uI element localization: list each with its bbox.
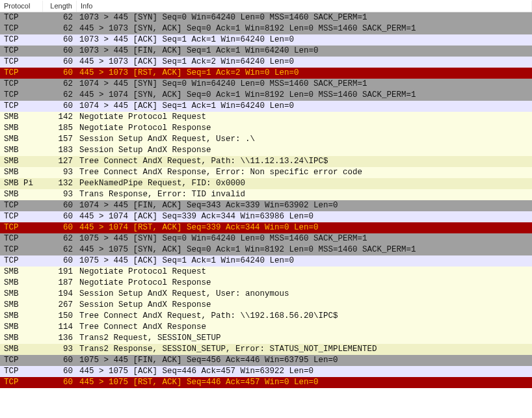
- cell-length: 60: [43, 377, 77, 388]
- cell-protocol: SMB: [0, 123, 43, 134]
- packet-row[interactable]: SMB191Negotiate Protocol Request: [0, 267, 532, 278]
- packet-row[interactable]: TCP601074 > 445 [FIN, ACK] Seq=343 Ack=3…: [0, 200, 532, 211]
- packet-row[interactable]: SMB185Negotiate Protocol Response: [0, 123, 532, 134]
- cell-info: Session Setup AndX Response: [77, 145, 532, 156]
- packet-row[interactable]: TCP60445 > 1075 [RST, ACK] Seq=446 Ack=4…: [0, 377, 532, 388]
- cell-protocol: TCP: [0, 79, 43, 90]
- packet-row[interactable]: SMB127Tree Connect AndX Request, Path: \…: [0, 156, 532, 167]
- cell-info: Session Setup AndX Request, User: .\: [77, 134, 532, 145]
- packet-row[interactable]: TCP60445 > 1074 [RST, ACK] Seq=339 Ack=3…: [0, 222, 532, 233]
- packet-row[interactable]: TCP62445 > 1075 [SYN, ACK] Seq=0 Ack=1 W…: [0, 244, 532, 255]
- cell-info: 445 > 1075 [SYN, ACK] Seq=0 Ack=1 Win=81…: [77, 244, 532, 255]
- cell-protocol: SMB: [0, 344, 43, 355]
- packet-row[interactable]: SMB142Negotiate Protocol Request: [0, 112, 532, 123]
- cell-protocol: TCP: [0, 34, 43, 46]
- cell-protocol: SMB: [0, 156, 43, 167]
- cell-info: 1075 > 445 [FIN, ACK] Seq=456 Ack=446 Wi…: [77, 355, 532, 366]
- cell-info: Trans Response, Error: TID invalid: [77, 189, 532, 200]
- packet-row[interactable]: TCP601075 > 445 [FIN, ACK] Seq=456 Ack=4…: [0, 355, 532, 366]
- packet-row[interactable]: SMB187Negotiate Protocol Response: [0, 278, 532, 289]
- cell-length: 60: [43, 46, 77, 57]
- cell-info: Tree Connect AndX Request, Path: \\11.12…: [77, 156, 532, 167]
- packet-row[interactable]: SMB157Session Setup AndX Request, User: …: [0, 134, 532, 145]
- cell-length: 60: [43, 68, 77, 79]
- packet-row[interactable]: TCP601073 > 445 [ACK] Seq=1 Ack=1 Win=64…: [0, 34, 532, 46]
- cell-info: Tree Connect AndX Response: [77, 322, 532, 333]
- cell-info: 1073 > 445 [SYN] Seq=0 Win=64240 Len=0 M…: [77, 12, 532, 23]
- cell-protocol: TCP: [0, 211, 43, 222]
- cell-length: 62: [43, 233, 77, 244]
- packet-row[interactable]: SMB183Session Setup AndX Response: [0, 145, 532, 156]
- packet-row[interactable]: TCP60445 > 1075 [ACK] Seq=446 Ack=457 Wi…: [0, 366, 532, 377]
- cell-protocol: TCP: [0, 90, 43, 101]
- cell-length: 60: [43, 34, 77, 46]
- cell-length: 114: [43, 322, 77, 333]
- packet-row[interactable]: TCP60445 > 1073 [ACK] Seq=1 Ack=2 Win=64…: [0, 57, 532, 68]
- packet-list: Protocol Length Info TCP621073 > 445 [SY…: [0, 0, 532, 388]
- cell-info: 445 > 1075 [RST, ACK] Seq=446 Ack=457 Wi…: [77, 377, 532, 388]
- cell-protocol: TCP: [0, 57, 43, 68]
- packet-row[interactable]: SMB194Session Setup AndX Request, User: …: [0, 289, 532, 300]
- cell-protocol: SMB: [0, 267, 43, 278]
- cell-info: 445 > 1073 [RST, ACK] Seq=1 Ack=2 Win=0 …: [77, 68, 532, 79]
- cell-info: 1074 > 445 [SYN] Seq=0 Win=64240 Len=0 M…: [77, 79, 532, 90]
- cell-length: 142: [43, 112, 77, 123]
- cell-length: 60: [43, 366, 77, 377]
- packet-row[interactable]: SMB93Tree Connect AndX Response, Error: …: [0, 167, 532, 178]
- cell-length: 62: [43, 12, 77, 23]
- cell-length: 185: [43, 123, 77, 134]
- packet-row[interactable]: SMB267Session Setup AndX Response: [0, 300, 532, 311]
- cell-protocol: SMB: [0, 167, 43, 178]
- cell-protocol: SMB Pi: [0, 178, 43, 189]
- packet-row[interactable]: SMB93Trans Response, Error: TID invalid: [0, 189, 532, 200]
- cell-length: 191: [43, 267, 77, 278]
- cell-length: 60: [43, 101, 77, 112]
- packet-row[interactable]: SMB136Trans2 Request, SESSION_SETUP: [0, 333, 532, 344]
- packet-row[interactable]: TCP621073 > 445 [SYN] Seq=0 Win=64240 Le…: [0, 12, 532, 23]
- packet-row[interactable]: TCP62445 > 1073 [SYN, ACK] Seq=0 Ack=1 W…: [0, 23, 532, 34]
- cell-info: 445 > 1073 [ACK] Seq=1 Ack=2 Win=64240 L…: [77, 57, 532, 68]
- cell-protocol: TCP: [0, 101, 43, 112]
- cell-info: Trans2 Request, SESSION_SETUP: [77, 333, 532, 344]
- packet-row[interactable]: TCP621075 > 445 [SYN] Seq=0 Win=64240 Le…: [0, 233, 532, 244]
- packet-rows: TCP621073 > 445 [SYN] Seq=0 Win=64240 Le…: [0, 12, 532, 388]
- cell-length: 60: [43, 57, 77, 68]
- cell-info: 445 > 1074 [SYN, ACK] Seq=0 Ack=1 Win=81…: [77, 90, 532, 101]
- packet-row[interactable]: TCP621074 > 445 [SYN] Seq=0 Win=64240 Le…: [0, 79, 532, 90]
- cell-protocol: TCP: [0, 23, 43, 34]
- cell-info: 1075 > 445 [ACK] Seq=1 Ack=1 Win=64240 L…: [77, 255, 532, 267]
- cell-length: 60: [43, 211, 77, 222]
- packet-row[interactable]: TCP62445 > 1074 [SYN, ACK] Seq=0 Ack=1 W…: [0, 90, 532, 101]
- cell-info: Session Setup AndX Response: [77, 300, 532, 311]
- cell-protocol: TCP: [0, 355, 43, 366]
- col-header-info[interactable]: Info: [77, 1, 532, 12]
- cell-info: Negotiate Protocol Request: [77, 112, 532, 123]
- cell-length: 157: [43, 134, 77, 145]
- col-header-length[interactable]: Length: [43, 1, 77, 12]
- cell-protocol: TCP: [0, 46, 43, 57]
- cell-info: Tree Connect AndX Response, Error: Non s…: [77, 167, 532, 178]
- packet-row[interactable]: TCP601075 > 445 [ACK] Seq=1 Ack=1 Win=64…: [0, 255, 532, 267]
- packet-row[interactable]: TCP601073 > 445 [FIN, ACK] Seq=1 Ack=1 W…: [0, 46, 532, 57]
- packet-row[interactable]: SMB114Tree Connect AndX Response: [0, 322, 532, 333]
- packet-row[interactable]: TCP60445 > 1073 [RST, ACK] Seq=1 Ack=2 W…: [0, 68, 532, 79]
- cell-protocol: SMB: [0, 145, 43, 156]
- cell-length: 187: [43, 278, 77, 289]
- col-header-protocol[interactable]: Protocol: [0, 1, 43, 12]
- packet-row[interactable]: TCP60445 > 1074 [ACK] Seq=339 Ack=344 Wi…: [0, 211, 532, 222]
- cell-protocol: SMB: [0, 333, 43, 344]
- cell-protocol: TCP: [0, 244, 43, 255]
- column-headers: Protocol Length Info: [0, 0, 532, 12]
- packet-row[interactable]: SMB93Trans2 Response, SESSION_SETUP, Err…: [0, 344, 532, 355]
- cell-protocol: TCP: [0, 222, 43, 233]
- cell-length: 194: [43, 289, 77, 300]
- cell-protocol: SMB: [0, 112, 43, 123]
- packet-row[interactable]: SMB Pi132PeekNamedPipe Request, FID: 0x0…: [0, 178, 532, 189]
- packet-row[interactable]: SMB150Tree Connect AndX Request, Path: \…: [0, 311, 532, 322]
- packet-row[interactable]: TCP601074 > 445 [ACK] Seq=1 Ack=1 Win=64…: [0, 101, 532, 112]
- cell-info: Session Setup AndX Request, User: anonym…: [77, 289, 532, 300]
- cell-length: 93: [43, 167, 77, 178]
- cell-length: 93: [43, 189, 77, 200]
- cell-info: 445 > 1073 [SYN, ACK] Seq=0 Ack=1 Win=81…: [77, 23, 532, 34]
- cell-info: 1073 > 445 [FIN, ACK] Seq=1 Ack=1 Win=64…: [77, 46, 532, 57]
